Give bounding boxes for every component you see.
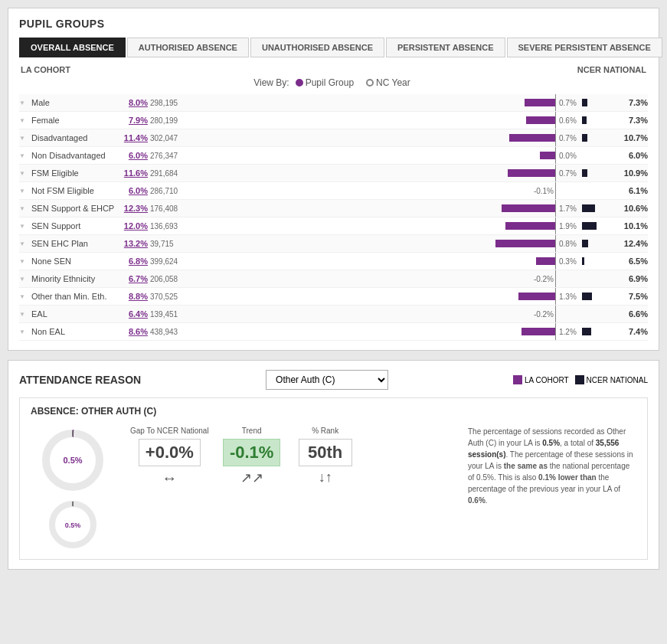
ncer-pct: 6.9% [620, 274, 648, 283]
row-pct[interactable]: 7.9% [116, 115, 148, 126]
tab-severe-persistent-absence[interactable]: SEVERE PERSISTENT ABSENCE [507, 38, 662, 57]
row-bars [186, 288, 555, 305]
row-arrow: ▼ [19, 100, 31, 106]
tab-overall-absence[interactable]: OVERALL ABSENCE [19, 38, 126, 57]
row-arrow: ▼ [19, 329, 31, 335]
row-count: 302,047 [148, 134, 186, 142]
row-bars: -0.2% [186, 270, 555, 287]
row-pct[interactable]: 11.4% [116, 132, 148, 143]
view-by-nc-year[interactable]: NC Year [366, 77, 410, 88]
tab-authorised-absence[interactable]: AUTHORISED ABSENCE [127, 38, 249, 57]
nat-bar [582, 306, 620, 322]
row-count: 176,408 [148, 204, 186, 213]
row-bars [186, 253, 555, 270]
row-arrow: ▼ [19, 205, 31, 212]
row-pct[interactable]: 6.8% [116, 256, 148, 266]
legend-ncer-national-label: NCER NATIONAL [587, 376, 648, 384]
nat-bar [582, 165, 620, 181]
row-pct[interactable]: 6.4% [116, 309, 148, 319]
nat-bar [582, 147, 620, 164]
radio-pupil-group-icon [296, 79, 303, 87]
view-by-row: View By: Pupil Group NC Year [19, 77, 648, 88]
ncer-pct: 7.4% [620, 327, 648, 336]
trend-icon: ↗↗ [221, 469, 283, 486]
cohort-bar [495, 240, 555, 247]
nat-bar [582, 217, 620, 234]
pct-rank-block: % Rank 50th ↓↑ [295, 426, 356, 485]
ncer-pct: 7.3% [620, 98, 648, 107]
ncer-pct: 10.9% [620, 168, 648, 178]
nat-bar [582, 253, 620, 270]
nat-pct: 0.7% [556, 134, 582, 142]
row-pct[interactable]: 6.7% [116, 273, 148, 284]
row-label: Non EAL [31, 327, 116, 336]
row-count: 370,525 [148, 293, 186, 301]
cohort-bar [540, 152, 555, 159]
nat-pct: 0.7% [556, 99, 582, 107]
nat-pct: 0.8% [556, 240, 582, 248]
row-bars [186, 200, 555, 217]
row-count: 286,710 [148, 187, 186, 195]
tab-persistent-absence[interactable]: PERSISTENT ABSENCE [386, 38, 505, 57]
pct-rank-value: 50th [299, 439, 352, 466]
row-pct[interactable]: 6.0% [116, 150, 148, 161]
row-bars [186, 323, 555, 340]
pupil-group-row: ▼Not FSM Eligible6.0%286,710-0.1%6.1% [19, 182, 648, 200]
nat-bar [582, 112, 620, 129]
pupil-group-row: ▼Minority Ethnicity6.7%206,058-0.2%6.9% [19, 270, 648, 288]
row-count: 39,715 [148, 240, 186, 248]
pupil-group-row: ▼Male8.0%298,1950.7%7.3% [19, 94, 648, 112]
pupil-groups-title: PUPIL GROUPS [19, 18, 648, 30]
row-arrow: ▼ [19, 135, 31, 142]
row-count: 276,347 [148, 152, 186, 160]
row-pct[interactable]: 8.8% [116, 291, 148, 302]
attendance-reason-section: ATTENDANCE REASON Other Auth (C) Authori… [8, 360, 659, 570]
row-pct[interactable]: 8.6% [116, 326, 148, 337]
row-pct[interactable]: 8.0% [116, 97, 148, 108]
cohort-bar [509, 134, 555, 142]
bar-separator [555, 182, 556, 199]
gap-to-ncer-label: Gap To NCER National [130, 426, 209, 436]
row-label: Female [31, 116, 116, 125]
pupil-group-row: ▼Other than Min. Eth.8.8%370,5251.3%7.5% [19, 288, 648, 306]
nat-pct: 1.7% [556, 204, 582, 213]
cohort-bar [502, 204, 555, 212]
pupil-group-row: ▼EAL6.4%139,451-0.2%6.6% [19, 306, 648, 323]
row-count: 280,199 [148, 116, 186, 125]
row-pct[interactable]: 13.2% [116, 238, 148, 249]
legend-la-cohort-box [513, 375, 522, 384]
row-label: Male [31, 98, 116, 107]
row-bars [186, 147, 555, 164]
row-arrow: ▼ [19, 258, 31, 265]
row-count: 298,195 [148, 99, 186, 107]
row-arrow: ▼ [19, 223, 31, 230]
nat-bar [582, 288, 620, 305]
legend-la-cohort: LA COHORT [513, 375, 569, 384]
view-by-pupil-group[interactable]: Pupil Group [296, 77, 354, 88]
bar-separator [555, 306, 556, 322]
radio-nc-year-icon [366, 79, 374, 87]
ncer-pct: 7.5% [620, 292, 648, 301]
donut-wrapper: 0.5% 0.5% [31, 426, 115, 551]
row-pct[interactable]: 12.0% [116, 221, 148, 231]
nat-pct: 0.7% [556, 169, 582, 178]
tab-unauthorised-absence[interactable]: UNAUTHORISED ABSENCE [250, 38, 384, 57]
row-pct[interactable]: 12.3% [116, 203, 148, 214]
legend-row: LA COHORT NCER NATIONAL [513, 375, 648, 384]
row-count: 139,451 [148, 310, 186, 319]
cohort-bar [518, 293, 555, 300]
ncer-pct: 7.3% [620, 116, 648, 125]
pupil-groups-table: ▼Male8.0%298,1950.7%7.3%▼Female7.9%280,1… [19, 94, 648, 341]
row-label: Other than Min. Eth. [31, 292, 116, 301]
national-bar-fill [582, 169, 587, 177]
row-pct[interactable]: 6.0% [116, 185, 148, 196]
attendance-reason-dropdown[interactable]: Other Auth (C) Authorised Absence Unauth… [266, 370, 388, 390]
pupil-group-row: ▼None SEN6.8%399,6240.3%6.5% [19, 253, 648, 270]
metrics-row: Gap To NCER National +0.0% ↔ Trend -0.1%… [130, 426, 453, 487]
row-pct[interactable]: 11.6% [116, 168, 148, 178]
row-label: SEN EHC Plan [31, 239, 116, 248]
pupil-group-row: ▼Female7.9%280,1990.6%7.3% [19, 112, 648, 129]
cohort-bar [505, 222, 555, 230]
row-count: 291,684 [148, 169, 186, 178]
row-label: FSM Eligible [31, 168, 116, 178]
